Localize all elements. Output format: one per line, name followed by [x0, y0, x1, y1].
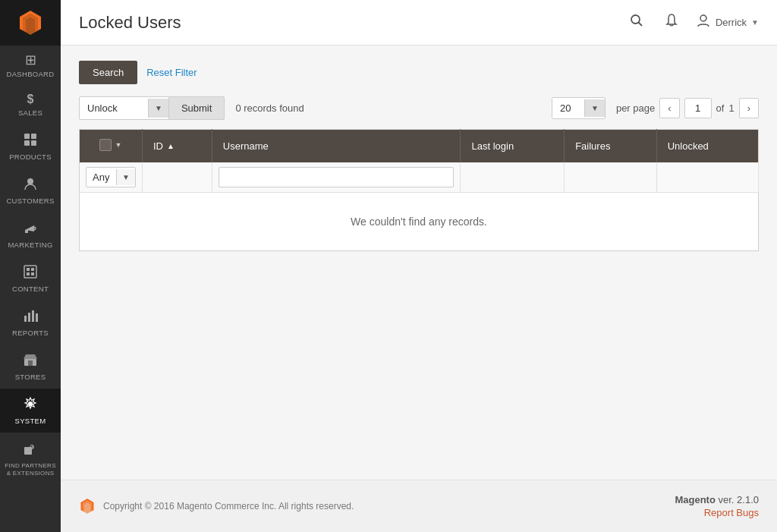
footer-logo-icon — [79, 498, 96, 515]
svg-rect-13 — [32, 310, 34, 322]
filter-lastlogin-cell — [461, 162, 565, 193]
action-select[interactable]: Unlock — [80, 97, 148, 119]
sidebar-item-stores[interactable]: STORES — [0, 345, 61, 389]
svg-point-17 — [28, 401, 33, 406]
per-page-arrow-icon[interactable]: ▼ — [584, 99, 605, 117]
sidebar-item-extensions[interactable]: FIND PARTNERS & EXTENSIONS — [0, 433, 61, 486]
filter-any-select[interactable]: Any — [87, 168, 116, 187]
id-sort-button[interactable]: ID ▲ — [153, 140, 201, 152]
main-content: Locked Users — [61, 0, 777, 532]
svg-rect-3 — [31, 140, 36, 146]
sidebar-label-customers: CUSTOMERS — [6, 197, 54, 205]
svg-point-19 — [631, 15, 640, 24]
table-filter-row: Any ▼ — [80, 162, 759, 193]
svg-rect-5 — [25, 230, 28, 233]
records-count: 0 records found — [235, 102, 304, 114]
locked-users-table: ▼ ID ▲ Username Last login — [79, 129, 759, 251]
filter-id-cell — [142, 162, 212, 193]
total-pages: 1 — [728, 102, 734, 114]
dropdown-arrow-icon: ▼ — [751, 18, 759, 27]
sidebar-label-stores: STORES — [15, 373, 46, 381]
extensions-icon — [23, 442, 38, 459]
per-page-wrapper: 203050100200 ▼ — [552, 97, 606, 119]
sidebar-item-reports[interactable]: REPORTS — [0, 301, 61, 345]
sidebar-item-content[interactable]: CONTENT — [0, 257, 61, 301]
bell-icon — [664, 13, 679, 28]
dashboard-icon: ⊞ — [25, 53, 36, 67]
svg-rect-18 — [24, 447, 32, 455]
sidebar-logo — [0, 0, 61, 46]
col-id-header[interactable]: ID ▲ — [142, 130, 212, 163]
sidebar-item-sales[interactable]: $ SALES — [0, 86, 61, 124]
user-menu[interactable]: Derrick ▼ — [696, 13, 759, 32]
system-icon — [23, 396, 38, 414]
sidebar-label-content: CONTENT — [12, 285, 49, 293]
current-page-input[interactable]: 1 — [684, 98, 712, 118]
svg-rect-9 — [27, 272, 30, 275]
username: Derrick — [716, 17, 747, 28]
footer-right: Magento ver. 2.1.0 Report Bugs — [675, 494, 759, 518]
sidebar-item-dashboard[interactable]: ⊞ DASHBOARD — [0, 46, 61, 86]
search-button-main[interactable]: Search — [79, 61, 137, 84]
notifications-button[interactable] — [661, 10, 682, 35]
search-icon — [629, 13, 644, 28]
action-bar: Unlock ▼ Submit 0 records found 20305010… — [79, 96, 759, 120]
svg-rect-10 — [31, 272, 34, 275]
reports-icon — [23, 308, 38, 326]
filter-username-input[interactable] — [219, 167, 455, 187]
customers-icon — [23, 176, 38, 194]
page-title: Locked Users — [79, 13, 181, 33]
header-actions: Derrick ▼ — [626, 10, 759, 35]
svg-rect-8 — [31, 268, 34, 271]
sidebar-label-sales: SALES — [18, 109, 42, 117]
per-page-label: per page — [616, 102, 655, 114]
footer-copyright: Copyright © 2016 Magento Commerce Inc. A… — [103, 501, 354, 512]
table-header-row: ▼ ID ▲ Username Last login — [80, 130, 759, 163]
footer-left: Copyright © 2016 Magento Commerce Inc. A… — [79, 498, 354, 515]
page-of-label: of — [716, 102, 725, 114]
svg-rect-2 — [24, 140, 30, 146]
svg-rect-0 — [24, 134, 30, 139]
search-toolbar: Search Reset Filter — [79, 61, 759, 84]
svg-rect-11 — [24, 316, 27, 322]
report-bugs-link[interactable]: Report Bugs — [675, 507, 759, 518]
content-area: Search Reset Filter Unlock ▼ Submit 0 re… — [61, 46, 777, 480]
col-failures-header: Failures — [565, 130, 656, 163]
empty-message: We couldn't find any records. — [80, 193, 759, 251]
sidebar-label-marketing: MARKETING — [8, 241, 52, 249]
prev-page-button[interactable]: ‹ — [659, 98, 679, 118]
sidebar: ⊞ DASHBOARD $ SALES PRODUCTS CUSTOMERS — [0, 0, 61, 532]
col-unlocked-header: Unlocked — [656, 130, 758, 163]
products-icon — [23, 132, 38, 150]
magento-logo-icon — [17, 9, 44, 36]
svg-rect-6 — [24, 266, 36, 278]
search-button[interactable] — [626, 10, 647, 35]
sidebar-label-extensions: FIND PARTNERS & EXTENSIONS — [4, 462, 57, 477]
svg-line-20 — [638, 23, 642, 27]
svg-rect-1 — [31, 134, 36, 139]
per-page-select[interactable]: 203050100200 — [552, 98, 584, 118]
svg-rect-16 — [28, 360, 33, 366]
next-page-button[interactable]: › — [739, 98, 759, 118]
stores-icon — [23, 352, 38, 370]
footer-version: Magento ver. 2.1.0 — [675, 494, 759, 505]
svg-rect-7 — [27, 268, 30, 271]
sidebar-item-customers[interactable]: CUSTOMERS — [0, 168, 61, 212]
sidebar-label-products: PRODUCTS — [9, 153, 52, 161]
svg-point-4 — [27, 178, 33, 184]
sidebar-item-products[interactable]: PRODUCTS — [0, 124, 61, 168]
col-check-header: ▼ — [80, 130, 143, 163]
content-icon — [23, 264, 38, 282]
action-select-arrow-icon[interactable]: ▼ — [148, 99, 168, 118]
filter-any-arrow-icon[interactable]: ▼ — [116, 169, 135, 185]
filter-any-wrapper: Any ▼ — [86, 167, 136, 187]
col-lastlogin-header: Last login — [461, 130, 565, 163]
submit-button[interactable]: Submit — [169, 96, 225, 120]
svg-rect-12 — [28, 313, 30, 322]
sidebar-label-reports: REPORTS — [12, 329, 49, 337]
action-select-wrapper: Unlock ▼ — [79, 96, 169, 120]
table-empty-row: We couldn't find any records. — [80, 193, 759, 251]
sidebar-item-marketing[interactable]: MARKETING — [0, 212, 61, 257]
reset-filter-button[interactable]: Reset Filter — [143, 61, 200, 84]
sidebar-item-system[interactable]: SYSTEM — [0, 389, 61, 433]
